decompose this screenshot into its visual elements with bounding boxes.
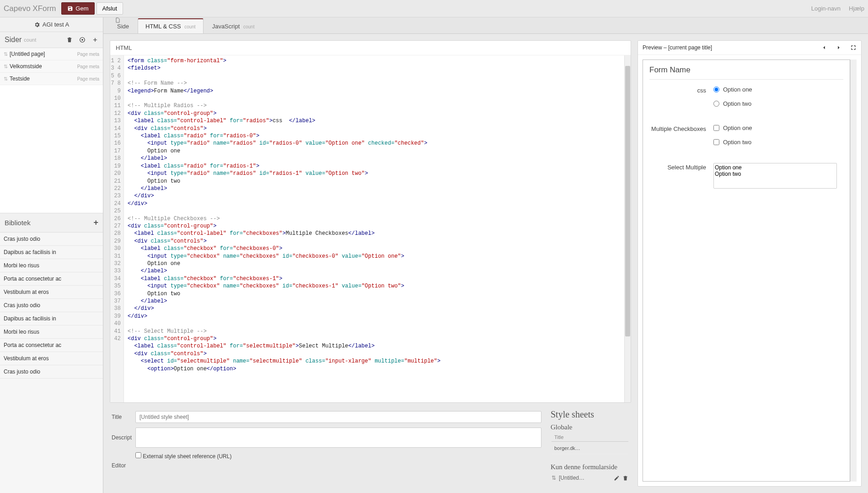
stylesheet-descript-input[interactable] — [135, 428, 541, 448]
global-sheet-item[interactable]: borger.dk… — [552, 443, 628, 454]
main: Side HTML & CSS count JavaScript count H… — [103, 17, 868, 493]
library-header: Bibliotek + — [0, 213, 103, 233]
library-item[interactable]: Cras justo odio — [0, 299, 103, 312]
pages-header: Sider count — [0, 32, 103, 48]
checkbox-option-one[interactable] — [713, 125, 719, 131]
external-checkbox-row[interactable]: External style sheet reference (URL) — [135, 453, 231, 460]
stylesheets-panel: Style sheets Globale Title borger.dk… Ku… — [549, 406, 631, 487]
page-item[interactable]: ⇅VelkomstsidePage meta — [0, 60, 103, 73]
local-heading: Kun denne formularside — [551, 463, 629, 471]
page-meta-link[interactable]: Page meta — [77, 52, 99, 57]
radio-group-label: css — [649, 86, 713, 114]
pages-title: Sider — [5, 36, 21, 44]
stylesheet-form: Title Descript External style sheet refe… — [110, 406, 543, 487]
exit-button[interactable]: Afslut — [96, 2, 123, 15]
svg-point-1 — [81, 39, 83, 41]
descript-label: Descript — [112, 434, 135, 441]
stylesheet-title-input[interactable] — [135, 411, 541, 423]
library-item[interactable]: Dapibus ac facilisis in — [0, 312, 103, 325]
page-icon — [115, 17, 129, 23]
global-heading: Globale — [551, 423, 629, 431]
css-editor-label: Editor — [112, 462, 541, 469]
tab-side[interactable]: Side — [107, 13, 137, 33]
delete-icon[interactable] — [622, 475, 628, 481]
col-title: Title — [552, 433, 628, 442]
page-meta-link[interactable]: Page meta — [77, 76, 99, 81]
code-area[interactable]: <form class="form-horizontal"> <fieldset… — [124, 55, 624, 402]
library-list: Cras justo odio Dapibus ac facilisis in … — [0, 233, 103, 493]
title-label: Title — [112, 414, 135, 420]
drag-icon[interactable]: ⇅ — [4, 51, 8, 57]
page-item[interactable]: ⇅TestsidePage meta — [0, 73, 103, 85]
add-page-icon[interactable] — [92, 37, 98, 43]
app-brand: Capevo XForm — [4, 4, 56, 13]
select-multiple[interactable]: Option one Option two — [713, 163, 837, 189]
line-gutter: 1 2 3 4 5 6 7 8 9 10 11 12 13 14 15 16 1… — [110, 55, 124, 402]
editor-title: HTML — [116, 44, 132, 51]
help-link[interactable]: Hjælp — [849, 5, 864, 12]
library-item[interactable]: Morbi leo risus — [0, 259, 103, 272]
checkbox-group-label: Multiple Checkboxes — [649, 125, 713, 153]
gear-icon — [34, 22, 40, 28]
external-checkbox[interactable] — [135, 452, 141, 458]
add-library-icon[interactable]: + — [93, 218, 98, 228]
library-item[interactable]: Dapibus ac facilisis in — [0, 246, 103, 259]
preview-title: Preview – [current page title] — [643, 44, 712, 51]
editor-scrollbar[interactable] — [624, 55, 631, 402]
drag-icon[interactable]: ⇅ — [4, 76, 8, 82]
page-list: ⇅[Untitled page]Page meta ⇅VelkomstsideP… — [0, 48, 103, 213]
fullscreen-icon[interactable] — [850, 44, 857, 51]
local-sheet-item[interactable]: ⇅ [Untitled… — [551, 472, 629, 484]
project-row[interactable]: AGI test A — [0, 17, 103, 32]
library-item[interactable]: Cras justo odio — [0, 233, 103, 246]
sheets-heading: Style sheets — [551, 409, 629, 420]
pages-count: count — [24, 37, 36, 43]
select-group-label: Select Multiple — [649, 163, 713, 189]
library-item[interactable]: Vestibulum at eros — [0, 352, 103, 365]
library-item[interactable]: Vestibulum at eros — [0, 286, 103, 299]
drag-icon[interactable]: ⇅ — [4, 64, 8, 70]
tabs: Side HTML & CSS count JavaScript count — [103, 17, 868, 34]
prev-page-icon[interactable] — [821, 44, 827, 51]
tab-htmlcss[interactable]: HTML & CSS count — [138, 18, 204, 33]
library-item[interactable]: Cras justo odio — [0, 365, 103, 379]
preview-panel: Preview – [current page title] Form Name… — [638, 40, 862, 487]
html-editor-panel: HTML 1 2 3 4 5 6 7 8 9 10 11 12 13 14 15… — [110, 40, 631, 403]
sort-icon[interactable]: ⇅ — [552, 475, 556, 481]
checkbox-option-two[interactable] — [713, 139, 719, 145]
library-title: Bibliotek — [5, 219, 31, 227]
library-item[interactable]: Morbi leo risus — [0, 325, 103, 339]
page-meta-link[interactable]: Page meta — [77, 64, 99, 69]
code-editor[interactable]: 1 2 3 4 5 6 7 8 9 10 11 12 13 14 15 16 1… — [110, 55, 631, 402]
save-button[interactable]: Gem — [61, 2, 94, 15]
library-item[interactable]: Porta ac consectetur ac — [0, 339, 103, 352]
preview-scrollbar[interactable] — [850, 60, 857, 482]
form-legend: Form Name — [649, 64, 843, 80]
library-item[interactable]: Porta ac consectetur ac — [0, 272, 103, 286]
save-icon — [67, 5, 73, 11]
login-link[interactable]: Login-navn — [811, 5, 841, 12]
radio-option-one[interactable] — [713, 87, 719, 92]
save-label: Gem — [75, 5, 88, 12]
sidebar: AGI test A Sider count ⇅[Untitled page]P… — [0, 17, 103, 493]
next-page-icon[interactable] — [836, 44, 842, 51]
radio-option-two[interactable] — [713, 101, 719, 107]
target-icon[interactable] — [79, 37, 86, 43]
edit-icon[interactable] — [614, 475, 620, 481]
delete-page-icon[interactable] — [66, 37, 73, 43]
page-item[interactable]: ⇅[Untitled page]Page meta — [0, 48, 103, 60]
project-name: AGI test A — [43, 21, 70, 28]
tab-javascript[interactable]: JavaScript count — [204, 19, 263, 33]
form-preview: Form Name css Option one Option two Mult… — [643, 60, 850, 482]
